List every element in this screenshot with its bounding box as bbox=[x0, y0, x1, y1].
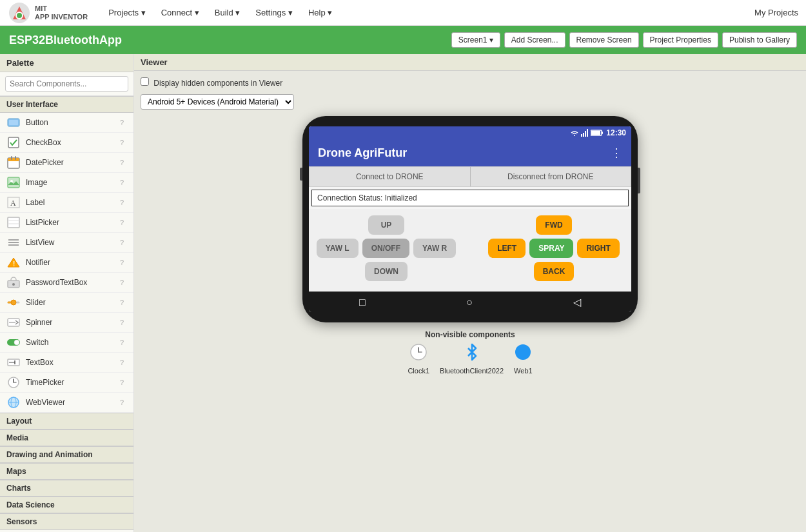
textbox-help[interactable]: ? bbox=[117, 359, 127, 366]
palette-item-webviewer[interactable]: WebViewer ? bbox=[0, 393, 133, 413]
back-button[interactable]: BACK bbox=[534, 262, 575, 281]
palette-item-datepicker[interactable]: DatePicker ? bbox=[0, 153, 133, 173]
palette-item-timepicker[interactable]: TimePicker ? bbox=[0, 373, 133, 393]
notifier-help[interactable]: ? bbox=[117, 259, 127, 266]
spinner-help[interactable]: ? bbox=[117, 319, 127, 326]
palette-item-button[interactable]: Button ? bbox=[0, 113, 133, 133]
hidden-components-label[interactable]: Display hidden components in Viewer bbox=[141, 77, 282, 88]
svg-rect-43 bbox=[585, 131, 586, 137]
phone-nav-circle[interactable]: ○ bbox=[466, 297, 473, 308]
listview-icon bbox=[6, 235, 21, 250]
bluetooth-label: BluetoothClient2022 bbox=[440, 367, 504, 375]
viewer-content: 12:30 Drone AgriFutur ⋮ Connect to DRONE… bbox=[141, 116, 800, 375]
connect-drone-button[interactable]: Connect to DRONE bbox=[310, 167, 471, 186]
slider-help[interactable]: ? bbox=[117, 299, 127, 306]
lr-row: LEFT SPRAY RIGHT bbox=[488, 239, 620, 258]
section-data-science[interactable]: Data Science bbox=[0, 497, 133, 513]
spray-button[interactable]: SPRAY bbox=[529, 239, 573, 258]
onoff-button[interactable]: ON/OFF bbox=[362, 239, 409, 258]
palette-item-slider[interactable]: Slider ? bbox=[0, 293, 133, 313]
section-charts[interactable]: Charts bbox=[0, 480, 133, 497]
palette-item-checkbox[interactable]: CheckBox ? bbox=[0, 133, 133, 153]
datepicker-help[interactable]: ? bbox=[117, 159, 127, 166]
section-drawing[interactable]: Drawing and Animation bbox=[0, 446, 133, 463]
palette-item-notifier[interactable]: ! Notifier ? bbox=[0, 253, 133, 273]
palette-item-spinner[interactable]: Spinner ? bbox=[0, 313, 133, 333]
clock1-item[interactable]: Clock1 bbox=[408, 343, 429, 375]
publish-to-gallery-button[interactable]: Publish to Gallery bbox=[722, 32, 797, 48]
section-sensors[interactable]: Sensors bbox=[0, 513, 133, 530]
phone-mockup: 12:30 Drone AgriFutur ⋮ Connect to DRONE… bbox=[302, 116, 638, 322]
timepicker-help[interactable]: ? bbox=[117, 379, 127, 386]
down-button[interactable]: DOWN bbox=[365, 262, 408, 281]
listview-help[interactable]: ? bbox=[117, 239, 127, 246]
app-title: ESP32BluetoothApp bbox=[9, 34, 451, 47]
phone-nav-square[interactable]: □ bbox=[359, 297, 366, 308]
datepicker-label: DatePicker bbox=[26, 158, 117, 167]
add-screen-button[interactable]: Add Screen... bbox=[504, 32, 565, 48]
phone-screen: 12:30 Drone AgriFutur ⋮ Connect to DRONE… bbox=[309, 126, 631, 312]
palette-sidebar: Palette User Interface Button ? CheckBox… bbox=[0, 54, 134, 532]
svg-point-12 bbox=[10, 180, 13, 182]
image-label: Image bbox=[26, 178, 117, 187]
fwd-button[interactable]: FWD bbox=[536, 215, 572, 235]
svg-rect-8 bbox=[8, 158, 19, 161]
remove-screen-button[interactable]: Remove Screen bbox=[569, 32, 639, 48]
listpicker-help[interactable]: ? bbox=[117, 219, 127, 226]
palette-item-listpicker[interactable]: ListPicker ? bbox=[0, 213, 133, 233]
svg-rect-42 bbox=[583, 133, 584, 137]
nav-help[interactable]: Help ▾ bbox=[300, 0, 340, 26]
nav-connect[interactable]: Connect ▾ bbox=[153, 0, 207, 26]
up-button[interactable]: UP bbox=[368, 215, 404, 235]
viewer-area: Viewer Display hidden components in View… bbox=[134, 54, 806, 532]
spinner-icon bbox=[6, 315, 21, 330]
palette-item-listview[interactable]: ListView ? bbox=[0, 233, 133, 253]
palette-item-switch[interactable]: Switch ? bbox=[0, 333, 133, 353]
fwd-row: FWD bbox=[536, 215, 572, 235]
bluetooth-item[interactable]: BluetoothClient2022 bbox=[440, 343, 504, 375]
section-maps[interactable]: Maps bbox=[0, 463, 133, 480]
svg-rect-6 bbox=[8, 137, 19, 148]
search-input[interactable] bbox=[5, 76, 128, 92]
switch-help[interactable]: ? bbox=[117, 339, 127, 346]
section-media[interactable]: Media bbox=[0, 429, 133, 446]
disconnect-drone-button[interactable]: Disconnect from DRONE bbox=[471, 167, 631, 186]
nav-projects[interactable]: Projects ▾ bbox=[101, 0, 153, 26]
passwordtextbox-help[interactable]: ? bbox=[117, 279, 127, 286]
screen-selector-button[interactable]: Screen1 ▾ bbox=[451, 32, 500, 48]
device-selector[interactable]: Android 5+ Devices (Android Material) bbox=[141, 94, 294, 110]
right-button[interactable]: RIGHT bbox=[577, 239, 619, 258]
svg-point-27 bbox=[11, 300, 16, 305]
nav-build[interactable]: Build ▾ bbox=[207, 0, 248, 26]
phone-nav-back[interactable]: ◁ bbox=[573, 296, 581, 308]
checkbox-help[interactable]: ? bbox=[117, 139, 127, 146]
my-projects-link[interactable]: My Projects bbox=[754, 8, 798, 17]
nav-settings[interactable]: Settings ▾ bbox=[248, 0, 300, 26]
connection-buttons: Connect to DRONE Disconnect from DRONE bbox=[309, 166, 631, 187]
webviewer-help[interactable]: ? bbox=[117, 399, 127, 406]
palette-item-label[interactable]: A Label ? bbox=[0, 193, 133, 213]
palette-item-image[interactable]: Image ? bbox=[0, 173, 133, 193]
hidden-components-checkbox[interactable] bbox=[141, 77, 149, 86]
web1-item[interactable]: Web1 bbox=[514, 343, 533, 375]
listpicker-label: ListPicker bbox=[26, 218, 117, 227]
timepicker-icon bbox=[6, 375, 21, 389]
section-user-interface[interactable]: User Interface bbox=[0, 96, 133, 113]
yaw-left-button[interactable]: YAW L bbox=[317, 239, 359, 258]
timepicker-label: TimePicker bbox=[26, 378, 117, 387]
palette-item-passwordtextbox[interactable]: PasswordTextBox ? bbox=[0, 273, 133, 293]
svg-rect-5 bbox=[9, 120, 18, 125]
svg-point-51 bbox=[515, 344, 531, 360]
palette-item-textbox[interactable]: TextBox ? bbox=[0, 353, 133, 373]
control-area: UP YAW L ON/OFF YAW R DOWN bbox=[309, 209, 631, 291]
phone-side-button-right bbox=[638, 168, 640, 193]
left-button[interactable]: LEFT bbox=[488, 239, 526, 258]
project-properties-button[interactable]: Project Properties bbox=[643, 32, 718, 48]
svg-rect-9 bbox=[11, 156, 12, 160]
viewer-title: Viewer bbox=[134, 54, 806, 71]
label-help[interactable]: ? bbox=[117, 199, 127, 206]
section-layout[interactable]: Layout bbox=[0, 413, 133, 429]
yaw-right-button[interactable]: YAW R bbox=[413, 239, 456, 258]
button-help[interactable]: ? bbox=[117, 119, 127, 126]
image-help[interactable]: ? bbox=[117, 179, 127, 186]
